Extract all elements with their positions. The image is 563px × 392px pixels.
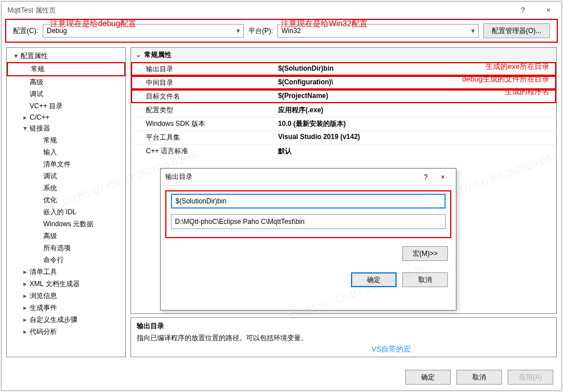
property-key: 输出目录 (131, 63, 274, 76)
property-row[interactable]: 平台工具集Visual Studio 2019 (v142) (131, 130, 556, 144)
window-title: MqttTest 属性页 (7, 6, 56, 15)
tree-label: 浏览信息 (28, 292, 57, 300)
tree-label: 自定义生成步骤 (28, 316, 77, 324)
tree-label: 生成事件 (28, 304, 57, 312)
cancel-button[interactable]: 取消 (456, 370, 502, 385)
tree-node[interactable]: ▸XML 文档生成器 (7, 278, 125, 290)
tree-toggle-icon: ▸ (22, 280, 28, 288)
tree-toggle-icon: ▸ (22, 292, 28, 300)
tree-label: 高级 (42, 232, 57, 240)
annotation-exedir: 生成的exe所在目录 (486, 62, 549, 72)
tree-node[interactable]: ▸C/C++ (7, 112, 125, 122)
tree-node[interactable]: VC++ 目录 (7, 100, 125, 112)
tree-label: 嵌入的 IDL (42, 208, 76, 216)
tree-node[interactable]: ▸生成事件 (7, 302, 125, 314)
tree-node[interactable]: ▸清单工具 (7, 266, 125, 278)
tree-node[interactable]: ▸自定义生成步骤 (7, 314, 125, 326)
tree-node[interactable]: 调试 (7, 88, 125, 100)
macro-input[interactable]: $(SolutionDir)bin (171, 194, 446, 209)
tree-node[interactable]: 输入 (7, 146, 125, 158)
property-key: 目标文件名 (131, 90, 274, 103)
footer-buttons: 确定 取消 应用(A) (405, 370, 553, 385)
tree-label: 命令行 (42, 256, 64, 264)
dialog-title: 输出目录 (165, 172, 417, 182)
tree-node[interactable]: ▸浏览信息 (7, 290, 125, 302)
tree-label: Windows 元数据 (42, 220, 93, 228)
tree-label: 配置属性 (19, 52, 48, 60)
property-value: 默认 (274, 145, 556, 158)
property-value: Visual Studio 2019 (v142) (274, 131, 556, 144)
tree-label: 系统 (42, 184, 57, 192)
property-value: 应用程序(.exe) (274, 104, 556, 117)
property-row[interactable]: 配置类型应用程序(.exe) (131, 103, 556, 117)
tree-node[interactable]: 所有选项 (7, 242, 125, 254)
tree-node[interactable]: 高级 (7, 76, 125, 88)
dialog-titlebar: 输出目录 ? × (161, 169, 456, 186)
tree-node[interactable]: 常规 (7, 62, 125, 76)
tree-label: XML 文档生成器 (28, 280, 80, 288)
property-row[interactable]: C++ 语言标准默认 (131, 144, 556, 158)
grid-header-label: 常规属性 (144, 51, 172, 59)
chevron-down-icon: ▾ (471, 27, 475, 35)
tree-node[interactable]: 嵌入的 IDL (7, 206, 125, 218)
dialog-cancel-button[interactable]: 取消 (402, 272, 448, 287)
property-key: 中间目录 (131, 76, 274, 89)
tree-node[interactable]: Windows 元数据 (7, 218, 125, 230)
tree-node[interactable]: 常规 (7, 134, 125, 146)
tree-node[interactable]: 优化 (7, 194, 125, 206)
tree-label: 常规 (42, 136, 57, 144)
platform-label: 平台(P): (248, 26, 273, 36)
property-key: 配置类型 (131, 104, 274, 117)
tree-node[interactable]: ▾链接器 (7, 122, 125, 134)
tree-node[interactable]: ▾配置属性 (7, 50, 125, 62)
property-row[interactable]: 目标文件名$(ProjectName) (131, 89, 556, 103)
apply-button[interactable]: 应用(A) (508, 370, 553, 385)
tree-label: 调试 (28, 90, 43, 98)
tree-label: 常规 (30, 65, 44, 73)
tree-node[interactable]: 高级 (7, 230, 125, 242)
tree-node[interactable]: 清单文件 (7, 158, 125, 170)
tree-label: 高级 (28, 78, 43, 86)
property-key: Windows SDK 版本 (131, 117, 274, 130)
ok-button[interactable]: 确定 (405, 370, 451, 385)
annotation-progname: 生成的程序名 (505, 87, 549, 97)
tree-node[interactable]: 命令行 (7, 254, 125, 266)
tree-toggle-icon: ▸ (22, 304, 28, 312)
output-dir-dialog: 输出目录 ? × VS自带的宏 $(SolutionDir)bin D:\MQt… (160, 168, 456, 311)
tree-label: 清单工具 (28, 268, 57, 276)
tree-label: 清单文件 (42, 160, 71, 168)
tree-toggle-icon: ▸ (22, 113, 28, 121)
tree-label: VC++ 目录 (28, 102, 63, 110)
dialog-close-button[interactable]: × (434, 173, 451, 181)
tree-toggle-icon: ▸ (22, 268, 28, 276)
tree-node[interactable]: ▸代码分析 (7, 326, 125, 338)
tree-label: 链接器 (28, 124, 50, 132)
dialog-help-button[interactable]: ? (417, 173, 434, 181)
dialog-ok-button[interactable]: 确定 (351, 272, 397, 287)
tree-toggle-icon: ▸ (22, 328, 28, 336)
tree-toggle-icon: ▸ (22, 316, 28, 324)
help-button[interactable]: ? (510, 2, 536, 19)
property-key: 平台工具集 (131, 131, 274, 144)
tree-label: 所有选项 (42, 244, 71, 252)
annotation-win32: 注意现在是给Win32配置 (281, 19, 368, 29)
tree-node[interactable]: 系统 (7, 182, 125, 194)
nav-tree[interactable]: ▾配置属性常规高级调试VC++ 目录▸C/C++▾链接器常规输入清单文件调试系统… (6, 47, 126, 357)
tree-label: C/C++ (28, 113, 50, 121)
grid-header[interactable]: ⌄ 常规属性 (131, 48, 556, 62)
close-button[interactable]: × (536, 2, 561, 19)
tree-label: 输入 (42, 148, 57, 156)
collapse-icon: ⌄ (136, 51, 142, 59)
macro-button[interactable]: 宏(M)>> (402, 246, 448, 261)
tree-label: 优化 (42, 196, 57, 204)
property-value: 10.0 (最新安装的版本) (274, 117, 556, 130)
desc-text: 指向已编译程序的放置位置的路径。可以包括环境变量。 (137, 333, 550, 343)
property-key: C++ 语言标准 (131, 145, 274, 158)
tree-label: 代码分析 (28, 328, 57, 336)
titlebar: MqttTest 属性页 ? × (2, 2, 561, 19)
tree-node[interactable]: 调试 (7, 170, 125, 182)
tree-toggle-icon: ▾ (13, 52, 19, 60)
property-row[interactable]: Windows SDK 版本10.0 (最新安装的版本) (131, 117, 556, 130)
config-manager-button[interactable]: 配置管理器(O)... (483, 23, 550, 38)
resolved-path: D:\MQtt-phoC\Eclipse Paho C\MqttTest\bin (171, 214, 446, 229)
